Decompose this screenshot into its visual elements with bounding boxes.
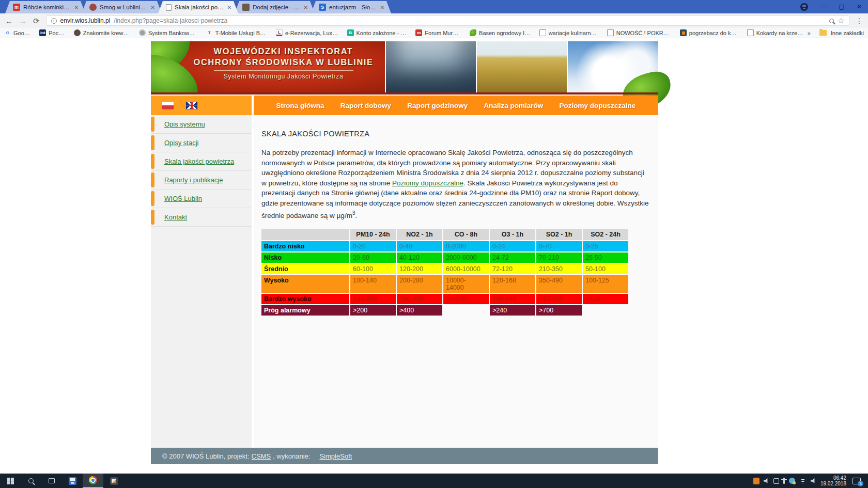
row-label-cell: Próg alarmowy [261,305,349,316]
photo-favicon-icon [242,4,250,11]
bookmark-item[interactable]: Kokardy na krzesła [747,29,803,36]
value-cell: 210-350 [536,264,582,274]
table-header-cell: NO2 - 1h [397,229,442,240]
reload-button[interactable]: ⟳ [33,17,40,25]
tab-close-icon[interactable]: ✕ [151,5,155,10]
back-button[interactable]: ← [5,17,13,25]
window-minimize-button[interactable]: — [815,0,833,13]
zoom-icon[interactable] [829,19,834,23]
bookmark-item[interactable]: TT-Mobile Usługi Bank [206,29,268,36]
tab-close-icon[interactable]: ✕ [74,5,79,10]
tray-sync-icon[interactable] [789,478,795,484]
browser-tab[interactable]: Smog w Lublinie i region✕ [82,1,162,13]
tab-close-icon[interactable]: ✕ [227,5,231,10]
nav-item[interactable]: Poziomy dopuszczalne [560,102,636,109]
banner-title-line1: WOJEWÓDZKI INSPEKTORAT [187,46,380,57]
start-button[interactable] [0,474,21,488]
taskbar-app-files[interactable] [62,474,83,488]
browser-tab[interactable]: Skala jakości powietrza -✕ [158,1,238,13]
bookmark-label: pogrzebacz do komi [689,30,739,36]
value-cell: >200 [350,305,396,316]
value-cell: 490-700 [536,294,582,304]
row-label-cell: Średnio [261,264,349,274]
tray-document-icon[interactable] [753,478,760,484]
tab-close-icon[interactable]: ✕ [304,5,308,10]
nav-item[interactable]: Strona główna [276,102,324,109]
bookmark-item[interactable]: Znakomite krewetki [74,29,131,36]
sidebar-link[interactable]: Raporty i publikacje [164,176,223,184]
tray-app-icon[interactable] [773,478,779,484]
action-center-icon[interactable]: 3 [853,478,861,484]
value-cell: 168-240 [490,294,535,304]
site-info-icon[interactable]: i [51,18,57,24]
polish-flag-icon[interactable] [162,102,174,109]
bookmark-item[interactable]: BKonto założone - Blo [347,29,408,36]
value-cell: 100-125 [583,275,628,293]
sidebar-link[interactable]: Opis systemu [164,120,205,128]
bookmark-item[interactable]: pogrzebacz do komi [680,29,739,36]
notification-badge: 3 [858,481,863,486]
simplesoft-link[interactable]: SimpleSoft [319,452,352,460]
site-content: WOJEWÓDZKI INSPEKTORAT OCHRONY ŚRODOWISK… [151,38,658,474]
bookmark-item[interactable]: System Bankowości [139,29,198,36]
bookmark-label: wariacje kulinarne ni [549,30,599,36]
tab-close-icon[interactable]: ✕ [380,5,384,10]
forward-button[interactable]: → [19,17,27,25]
tray-usb-icon[interactable] [783,478,785,484]
browser-titlebar: mRóbcie kominki w domu✕Smog w Lublinie i… [0,0,868,13]
bookmark-item[interactable]: GGoogle [4,29,31,36]
banner-subtitle: System Monitoringu Jakości Powietrza [187,73,380,80]
bookmark-label: NOWOŚĆ ! POKROW [616,30,672,36]
taskbar-clock[interactable]: 06:42 19.02.2018 [820,475,846,487]
poziomy-dopuszczalne-link[interactable]: Poziomy dopuszczalne [392,179,463,187]
bookmark-label: Poczta [49,30,65,36]
wifi-icon[interactable] [799,478,807,484]
nav-item[interactable]: Analiza pomiarów [484,102,544,109]
english-flag-icon[interactable] [186,102,197,109]
sidebar-link[interactable]: Opisy stacji [164,139,198,147]
address-bar[interactable]: i envir.wios.lublin.pl /index.php?page=s… [46,15,849,26]
other-bookmarks-button[interactable]: Inne zakładki [831,30,864,36]
nav-item[interactable]: Raport godzinowy [407,102,468,109]
csms-link[interactable]: CSMS [252,452,271,460]
bookmark-item[interactable]: mForum Murator [415,29,461,36]
browser-menu-icon[interactable]: ⋮ [856,17,863,24]
window-close-button[interactable]: ✕ [850,0,868,13]
taskbar-app-other[interactable] [103,474,124,488]
browser-tab[interactable]: mRóbcie kominki w domu✕ [5,1,85,13]
banner-title-line2: OCHRONY ŚRODOWISKA W LUBLINIE [187,57,380,68]
bookmark-label: System Bankowości [148,30,198,36]
sidebar-item: Kontakt [151,208,252,227]
table-row: Nisko20-6040-1202000-600024-7270-21025-5… [261,253,628,263]
browser-tab[interactable]: Dodaj zdjęcie - Krok 3 | F✕ [235,1,315,13]
bookmark-star-icon[interactable]: ☆ [838,17,844,24]
sidebar-item: Opis systemu [151,115,252,134]
browser-tab[interactable]: Sentuzjazm - Słownik SJP✕ [311,1,391,13]
main-content: SKALA JAKOŚCI POWIETRZA Na potrzeby prez… [254,115,658,448]
tray-muted-speaker-icon[interactable] [764,478,769,484]
bookmark-label: Znakomite krewetki [83,30,131,36]
nav-item[interactable]: Raport dobowy [340,102,391,109]
profile-avatar-icon[interactable] [800,3,808,11]
bookmark-item[interactable]: intPoczta [39,29,65,36]
bookmark-item[interactable]: wariacje kulinarne ni [539,29,599,36]
bookmark-item[interactable]: Le-Rezerwacja, Luxme [276,29,339,36]
volume-icon[interactable] [811,478,816,484]
value-cell: 0-40 [397,241,442,251]
bookmark-item[interactable]: Basen ogrodowy Inte [470,29,531,36]
taskbar-search-button[interactable] [21,474,41,488]
bookmark-item[interactable]: NOWOŚĆ ! POKROW [607,29,672,36]
window-maximize-button[interactable]: ▢ [833,0,850,13]
sidebar-link[interactable]: Kontakt [164,213,187,221]
banner-photo-field [477,41,567,92]
sidebar-link[interactable]: Skala jakości powietrza [164,158,234,165]
chrome-icon [89,476,97,484]
sidebar-item: Skala jakości powietrza [151,152,252,171]
taskbar-app-chrome[interactable] [83,474,103,488]
sidebar-item: WIOŚ Lublin [151,190,252,208]
murator-favicon-icon: m [13,4,20,11]
sidebar-link[interactable]: WIOŚ Lublin [164,195,202,202]
bookmarks-overflow-chevron[interactable]: » [808,30,811,36]
task-view-button[interactable] [41,474,62,488]
value-cell: 0-2000 [443,241,489,251]
